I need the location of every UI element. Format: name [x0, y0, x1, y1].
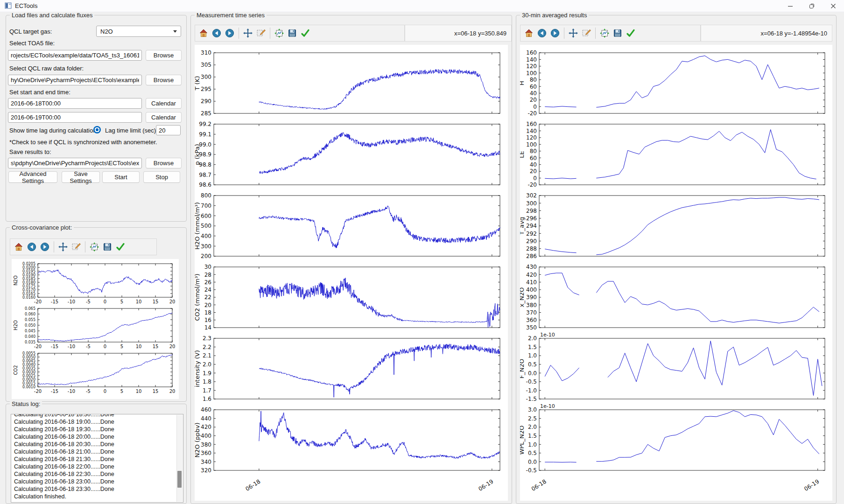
svg-text:160: 160: [526, 121, 537, 127]
svg-text:-15: -15: [51, 344, 58, 349]
browse-save-button[interactable]: Browse: [146, 158, 182, 168]
status-log[interactable]: Calculating 2016-06-18 18:30......Done C…: [11, 414, 183, 503]
save-figure-button[interactable]: [101, 240, 114, 253]
log-scrollbar-thumb[interactable]: [177, 471, 182, 488]
pan-button[interactable]: [241, 27, 254, 40]
save-figure-button[interactable]: [611, 27, 624, 40]
stop-button[interactable]: Stop: [143, 171, 180, 183]
svg-text:320: 320: [201, 467, 211, 474]
svg-text:-20: -20: [34, 299, 42, 304]
svg-text:1e-10: 1e-10: [540, 403, 555, 409]
check-icon: [626, 28, 636, 38]
log-line: Calculating 2016-06-18 23:30......Done: [14, 485, 183, 493]
sync-check-button[interactable]: [299, 27, 312, 40]
forward-button[interactable]: [549, 27, 562, 40]
zoom-button[interactable]: [580, 27, 593, 40]
sync-check-button[interactable]: [114, 240, 127, 253]
svg-text:300: 300: [201, 74, 211, 80]
home-button[interactable]: [522, 27, 535, 40]
lag-limit-input[interactable]: [156, 125, 181, 135]
log-scrollbar[interactable]: [176, 415, 183, 502]
svg-text:0.0180: 0.0180: [22, 280, 35, 285]
svg-text:140: 140: [526, 56, 537, 63]
subplots-button[interactable]: [273, 27, 286, 40]
svg-text:0: 0: [104, 389, 106, 394]
svg-text:0: 0: [104, 299, 106, 304]
svg-text:360: 360: [526, 317, 537, 323]
back-button[interactable]: [535, 27, 549, 40]
svg-text:310: 310: [201, 49, 211, 56]
minimize-button[interactable]: [780, 0, 801, 12]
log-line: Calculating 2016-06-18 22:30......Done: [14, 470, 183, 478]
pan-button[interactable]: [567, 27, 580, 40]
group-title: Status log:: [10, 400, 42, 407]
svg-text:2.0: 2.0: [528, 424, 537, 430]
svg-text:0.0045: 0.0045: [22, 359, 35, 363]
svg-text:99.0: 99.0: [199, 141, 211, 148]
home-button[interactable]: [197, 27, 210, 40]
timeseries-figure[interactable]: 285290295300305310T (K)98.698.798.898.99…: [195, 45, 508, 501]
pan-icon: [568, 28, 578, 38]
save-results-input[interactable]: [8, 158, 142, 168]
svg-text:0.065: 0.065: [25, 307, 35, 311]
advanced-settings-button[interactable]: Advanced Settings: [8, 171, 57, 183]
svg-text:intensity (V): intensity (V): [195, 350, 201, 387]
forward-button[interactable]: [38, 240, 51, 253]
cursor-position-readout: x=06-18 y=-1.48954e-10: [701, 25, 832, 42]
qcl-folder-input[interactable]: [8, 75, 142, 85]
svg-text:300: 300: [526, 200, 537, 207]
subplots-button[interactable]: [88, 240, 101, 253]
svg-text:5: 5: [120, 299, 123, 304]
end-calendar-button[interactable]: Calendar: [146, 112, 182, 123]
back-button[interactable]: [25, 240, 38, 253]
home-button[interactable]: [12, 240, 25, 253]
svg-text:0.0205: 0.0205: [22, 262, 35, 266]
crosscov-group: Cross-covariance plot: 0.01600.01650.017…: [6, 227, 187, 402]
back-button[interactable]: [210, 27, 223, 40]
svg-text:350: 350: [526, 324, 537, 331]
forward-button[interactable]: [223, 27, 236, 40]
svg-text:-0.5: -0.5: [526, 378, 537, 385]
svg-text:0.0055: 0.0055: [22, 351, 35, 356]
svg-text:16: 16: [204, 317, 211, 323]
svg-text:0.0010: 0.0010: [22, 385, 35, 389]
browse-toa5-button[interactable]: Browse: [146, 50, 182, 61]
svg-text:T_avg: T_avg: [520, 217, 525, 235]
svg-text:20: 20: [204, 302, 211, 308]
crosscov-figure[interactable]: 0.01600.01650.01700.01750.01800.01850.01…: [12, 259, 179, 399]
window-title: ECTools: [15, 2, 37, 9]
close-button[interactable]: [823, 0, 844, 12]
svg-text:98.8: 98.8: [199, 161, 211, 168]
toa5-file-input[interactable]: [8, 50, 142, 61]
zoom-button[interactable]: [254, 27, 267, 40]
browse-folder-button[interactable]: Browse: [146, 75, 182, 85]
end-time-input[interactable]: [8, 112, 142, 123]
start-button[interactable]: Start: [102, 171, 140, 183]
subplots-button[interactable]: [598, 27, 611, 40]
qcl-target-gas-select[interactable]: N2O: [96, 26, 181, 37]
start-time-input[interactable]: [8, 98, 142, 109]
averaged-figure[interactable]: -20020406080100120140160H-20020406080100…: [520, 45, 832, 501]
start-calendar-button[interactable]: Calendar: [146, 98, 182, 109]
svg-text:0.0175: 0.0175: [22, 284, 35, 288]
subplots-icon: [599, 28, 610, 38]
qcl-target-gas-value: N2O: [100, 28, 113, 35]
forward-icon: [550, 28, 560, 38]
zoom-button[interactable]: [70, 240, 83, 253]
svg-text:0.0015: 0.0015: [22, 381, 35, 385]
svg-text:H2O (mmol/m³): H2O (mmol/m³): [195, 202, 201, 250]
save-settings-button[interactable]: Save Settings: [62, 171, 100, 183]
save-figure-button[interactable]: [286, 27, 299, 40]
svg-text:N2O (ppbv): N2O (ppbv): [195, 423, 201, 458]
svg-text:99.1: 99.1: [199, 131, 211, 138]
svg-text:98.7: 98.7: [199, 172, 211, 178]
svg-text:0.060: 0.060: [25, 312, 35, 316]
svg-text:3.0: 3.0: [528, 406, 537, 413]
pan-button[interactable]: [56, 240, 70, 253]
show-time-lag-radio[interactable]: [93, 126, 101, 133]
restore-button[interactable]: [801, 0, 823, 12]
svg-text:400: 400: [201, 233, 211, 239]
save-icon: [102, 242, 113, 252]
svg-text:0.0160: 0.0160: [22, 295, 35, 300]
sync-check-button[interactable]: [624, 27, 637, 40]
